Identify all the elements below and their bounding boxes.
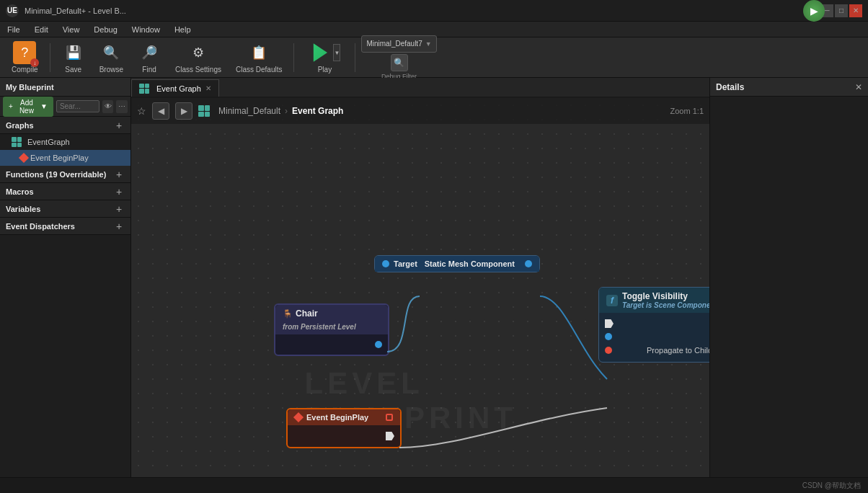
macros-section-header[interactable]: Macros + xyxy=(0,183,130,200)
toggle-target-row: Target xyxy=(599,330,709,343)
play-dropdown-icon[interactable]: ▼ xyxy=(333,44,340,61)
macros-add-button[interactable]: + xyxy=(113,186,125,197)
ue-logo: UE xyxy=(6,4,19,17)
my-blueprint-title: My Blueprint xyxy=(6,83,54,92)
event-exec-out-pin[interactable] xyxy=(386,432,394,440)
macros-section-label: Macros xyxy=(6,187,34,196)
details-close-button[interactable]: ✕ xyxy=(855,82,862,92)
event-dispatchers-section-header[interactable]: Event Dispatchers + xyxy=(0,218,130,235)
menu-help[interactable]: Help xyxy=(172,24,194,35)
event-begin-play-title: Event BeginPlay xyxy=(306,413,368,422)
event-begin-play-node: Event BeginPlay xyxy=(286,408,402,448)
event-begin-play-label: Event BeginPlay xyxy=(30,154,89,162)
functions-add-button[interactable]: + xyxy=(113,169,125,180)
forward-button[interactable]: ▶ xyxy=(175,102,192,120)
event-begin-play-item[interactable]: Event BeginPlay xyxy=(0,150,130,166)
event-diamond-icon xyxy=(19,153,29,163)
graphs-section-header[interactable]: Graphs + xyxy=(0,117,130,134)
toolbar-divider-1 xyxy=(50,43,50,72)
static-mesh-node: Target Static Mesh Component xyxy=(374,255,540,272)
variables-section-header[interactable]: Variables + xyxy=(0,200,130,218)
static-mesh-target-pin[interactable] xyxy=(382,260,389,267)
graph-area[interactable]: ☆ ◀ ▶ Minimal_Default › Event Graph Zoom… xyxy=(131,98,709,493)
class-defaults-icon: 📋 xyxy=(247,41,270,64)
event-begin-play-pin[interactable] xyxy=(386,414,393,421)
breadcrumb-separator: › xyxy=(285,106,288,116)
browse-button[interactable]: 🔍 Browse xyxy=(94,38,129,76)
compile-icon: ? ↓ xyxy=(13,41,36,64)
menu-view[interactable]: View xyxy=(60,24,83,35)
tab-close-button[interactable]: ✕ xyxy=(205,84,211,92)
maximize-button[interactable]: □ xyxy=(835,4,848,17)
event-begin-play-header: Event BeginPlay xyxy=(288,409,400,425)
chair-node-subtitle: from Persistent Level xyxy=(283,323,356,331)
static-mesh-node-header: Target Static Mesh Component xyxy=(375,256,539,272)
class-defaults-button[interactable]: 📋 Class Defaults xyxy=(230,38,288,76)
menu-file[interactable]: File xyxy=(4,24,23,35)
save-button[interactable]: 💾 Save xyxy=(56,38,91,76)
chair-node-header: 🪑 Chair from Persistent Level xyxy=(275,305,388,334)
menu-debug[interactable]: Debug xyxy=(91,24,120,35)
toggle-exec-in-pin[interactable] xyxy=(605,319,614,328)
toolbar-divider-3 xyxy=(355,43,355,72)
tab-bar: Event Graph ✕ xyxy=(131,78,709,98)
browse-icon: 🔍 xyxy=(99,41,123,64)
bp-search-input[interactable] xyxy=(56,100,99,112)
debug-search-button[interactable]: 🔍 xyxy=(391,54,408,71)
status-bar: CSDN @帮助文档 xyxy=(0,477,868,493)
event-graph-label: EventGraph xyxy=(27,138,70,146)
play-triangle-icon xyxy=(309,41,332,64)
static-mesh-component-label: Static Mesh Component xyxy=(422,259,515,268)
function-f-icon: f xyxy=(606,295,618,306)
functions-section-label: Functions (19 Overridable) xyxy=(6,170,106,179)
event-begin-play-diamond-icon xyxy=(293,412,304,422)
main-layout: My Blueprint + Add New ▼ 👁 ⋯ Graphs + Ev… xyxy=(0,78,868,493)
toggle-propagate-row: Propagate to Children xyxy=(599,343,709,357)
toggle-target-pin[interactable] xyxy=(605,333,612,340)
bookmark-button[interactable]: ☆ xyxy=(137,105,146,117)
play-button-title[interactable]: ▶ xyxy=(803,0,825,22)
find-label: Find xyxy=(142,66,156,74)
class-defaults-label: Class Defaults xyxy=(236,66,282,74)
toolbar: ? ↓ Compile 💾 Save 🔍 Browse 🔎 Find ⚙ Cla… xyxy=(0,37,868,78)
breadcrumb-current: Event Graph xyxy=(292,106,343,116)
event-dispatchers-add-button[interactable]: + xyxy=(113,221,125,232)
browse-label: Browse xyxy=(99,66,123,74)
play-button[interactable]: ▼ Play xyxy=(300,38,349,76)
menu-window[interactable]: Window xyxy=(129,24,163,35)
find-button[interactable]: 🔎 Find xyxy=(132,38,167,76)
add-new-button[interactable]: + Add New ▼ xyxy=(3,97,53,117)
title-bar: UE Minimal_Default+ - Level B... ▶ ─ □ ✕ xyxy=(0,0,868,22)
chair-output-pin[interactable] xyxy=(375,341,382,348)
event-dispatchers-section-label: Event Dispatchers xyxy=(6,222,75,231)
event-graph-tab[interactable]: Event Graph ✕ xyxy=(131,79,219,97)
graphs-section-label: Graphs xyxy=(6,121,34,130)
close-button[interactable]: ✕ xyxy=(849,4,862,17)
functions-section-header[interactable]: Functions (19 Overridable) + xyxy=(0,166,130,183)
class-settings-button[interactable]: ⚙ Class Settings xyxy=(169,38,227,76)
toggle-propagate-label: Propagate to Children xyxy=(647,346,709,355)
visibility-toggle-button[interactable]: 👁 xyxy=(102,100,114,113)
add-new-label: Add New xyxy=(15,99,38,115)
debug-filter-dropdown[interactable]: Minimal_Default7 ▼ xyxy=(361,35,436,53)
compile-button[interactable]: ? ↓ Compile xyxy=(6,38,44,76)
toggle-visibility-body: Target Propagate to Children xyxy=(599,313,709,362)
class-settings-label: Class Settings xyxy=(175,66,221,74)
event-begin-play-body xyxy=(288,425,400,447)
toggle-exec-row xyxy=(599,317,709,330)
event-graph-item[interactable]: EventGraph xyxy=(0,134,130,150)
breadcrumb-root[interactable]: Minimal_Default xyxy=(218,106,280,116)
bp-options-button[interactable]: ⋯ xyxy=(116,100,128,113)
back-button[interactable]: ◀ xyxy=(152,102,169,120)
my-blueprint-header: My Blueprint xyxy=(0,78,130,97)
static-mesh-output-pin[interactable] xyxy=(525,260,532,267)
variables-add-button[interactable]: + xyxy=(113,203,125,215)
toggle-propagate-pin[interactable] xyxy=(605,347,612,354)
status-text: CSDN @帮助文档 xyxy=(802,481,861,491)
graphs-add-button[interactable]: + xyxy=(113,120,125,131)
bp-search-bar: + Add New ▼ 👁 ⋯ xyxy=(0,97,130,117)
menu-edit[interactable]: Edit xyxy=(32,24,51,35)
breadcrumb: Minimal_Default › Event Graph xyxy=(218,106,343,116)
event-exec-out-row xyxy=(288,430,400,443)
chair-node-body xyxy=(275,334,388,355)
